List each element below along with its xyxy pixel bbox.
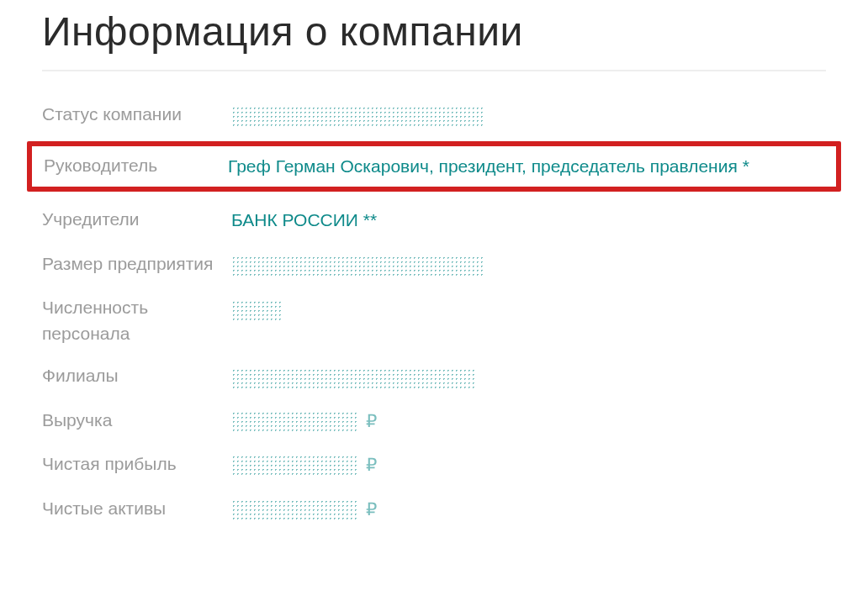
company-info-card: Информация о компании Статус компании Ру…	[0, 0, 868, 601]
row-branches: Филиалы	[42, 355, 826, 399]
label-status: Статус компании	[42, 102, 231, 127]
redacted-placeholder	[231, 411, 357, 431]
redacted-placeholder	[231, 368, 475, 388]
label-profit: Чистая прибыль	[42, 451, 231, 477]
label-staff: Численность персонала	[42, 295, 231, 346]
value-revenue: ₽	[231, 408, 826, 435]
page-title: Информация о компании	[42, 8, 826, 55]
row-staff: Численность персонала	[42, 287, 826, 355]
row-head: Руководитель Греф Герман Оскарович, през…	[44, 153, 824, 181]
value-head[interactable]: Греф Герман Оскарович, президент, предсе…	[228, 153, 824, 181]
info-rows: Статус компании Руководитель Греф Герман…	[42, 93, 826, 531]
divider	[42, 70, 826, 71]
row-assets: Чистые активы ₽	[42, 488, 826, 532]
redacted-placeholder	[231, 455, 357, 475]
value-status	[231, 102, 826, 129]
row-size: Размер предприятия	[42, 243, 826, 287]
row-founders: Учредители БАНК РОССИИ **	[42, 198, 826, 243]
label-head: Руководитель	[44, 153, 228, 178]
label-assets: Чистые активы	[42, 496, 231, 521]
redacted-placeholder	[231, 499, 357, 519]
value-founders[interactable]: БАНК РОССИИ **	[231, 207, 826, 235]
value-branches	[231, 363, 826, 391]
row-status: Статус компании	[42, 93, 826, 138]
row-profit: Чистая прибыль ₽	[42, 443, 826, 488]
value-assets: ₽	[231, 496, 826, 524]
ruble-icon: ₽	[366, 451, 377, 479]
highlight-box: Руководитель Греф Герман Оскарович, през…	[27, 141, 841, 192]
value-profit: ₽	[231, 451, 826, 479]
redacted-placeholder	[231, 256, 484, 276]
value-staff	[231, 295, 826, 323]
label-branches: Филиалы	[42, 363, 231, 388]
row-revenue: Выручка ₽	[42, 399, 826, 444]
ruble-icon: ₽	[366, 496, 377, 524]
value-size	[231, 251, 826, 279]
ruble-icon: ₽	[366, 408, 377, 435]
redacted-placeholder	[231, 106, 484, 126]
label-size: Размер предприятия	[42, 251, 231, 277]
label-revenue: Выручка	[42, 408, 231, 433]
redacted-placeholder	[231, 300, 282, 320]
label-founders: Учредители	[42, 207, 231, 232]
